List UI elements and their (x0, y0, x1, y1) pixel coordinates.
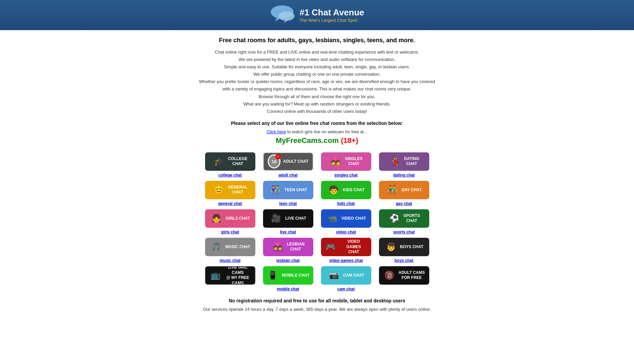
girls-link-label[interactable]: girls chat (221, 230, 239, 234)
chat-item-music[interactable]: 🎵 MUSIC CHAT music chat (204, 238, 256, 263)
chat-item-college[interactable]: 🎓 COLLEGECHAT college chat (204, 152, 256, 177)
chat-item-adult[interactable]: 18+ ADULT CHAT adult chat (262, 152, 314, 177)
svg-point-1 (278, 11, 295, 21)
mobile-link-label[interactable]: mobile chat (277, 287, 299, 291)
sports-link-label[interactable]: sports chat (393, 230, 415, 234)
videogames-btn-icon: 🎮 (324, 240, 337, 253)
header-logo-icon (270, 5, 295, 25)
dating-btn-label: DATINGCHAT (404, 156, 419, 167)
video-btn-icon: 📹 (326, 212, 339, 225)
lesbian-btn-emoji: 👩‍❤️‍👩 (273, 242, 283, 251)
singles-btn-emoji: 💑 (331, 157, 341, 166)
music-button[interactable]: 🎵 MUSIC CHAT (205, 238, 255, 256)
chat-item-gay[interactable]: 👬 GAY CHAT gay chat (378, 181, 430, 206)
adult-button[interactable]: 18+ ADULT CHAT (263, 152, 313, 171)
videogames-btn-label: VIDEO GAMESCHAT (340, 239, 368, 255)
adult-btn-icon: 18+ (268, 155, 280, 168)
chat-item-livegirl[interactable]: 📺 Live Girl Cams@ My Free Cams (204, 266, 256, 291)
chat-item-mobile[interactable]: 📱 MOBILE CHAT mobile chat (262, 266, 314, 291)
kids-link-label[interactable]: kids chat (337, 201, 355, 206)
kids-button[interactable]: 🧒 KIDS CHAT (321, 181, 371, 199)
dating-btn-icon: 💃 (389, 155, 401, 168)
girls-button[interactable]: 👧 GIRLS CHAT (205, 209, 255, 228)
boys-link-label[interactable]: boys chat (394, 258, 413, 263)
chat-item-adultcams[interactable]: 🔞 Adult CamsFor Free (378, 266, 430, 291)
svg-marker-2 (275, 17, 280, 21)
chat-item-boys[interactable]: 👦 BOYS CHAT boys chat (378, 238, 430, 263)
cam-btn-emoji: 📷 (329, 271, 339, 280)
cam-button[interactable]: 📷 CAM CHAT (321, 266, 371, 285)
chat-item-girls[interactable]: 👧 GIRLS CHAT girls chat (204, 209, 256, 234)
click-here-link[interactable]: Click here (267, 129, 286, 134)
chat-item-teen[interactable]: 👫 TEEN CHAT teen chat (262, 181, 314, 206)
college-btn-icon: 🎓 (212, 155, 225, 168)
chat-item-kids[interactable]: 🧒 KIDS CHAT kids chat (320, 181, 372, 206)
chat-item-dating[interactable]: 💃 DATINGCHAT dating chat (378, 152, 430, 177)
header-text: #1 Chat Avenue The Web's Largest Chat Sp… (300, 7, 364, 23)
adultcams-btn-label: Adult CamsFor Free (398, 270, 425, 281)
dating-button[interactable]: 💃 DATINGCHAT (379, 152, 429, 171)
dating-link-label[interactable]: dating chat (393, 173, 415, 177)
sports-button[interactable]: ⚽ SPORTSCHAT (379, 209, 429, 228)
chat-item-sports[interactable]: ⚽ SPORTSCHAT sports chat (378, 209, 430, 234)
general-button[interactable]: 😊 GENERALCHAT (205, 181, 255, 199)
mobile-button[interactable]: 📱 MOBILE CHAT (263, 266, 313, 285)
adult-18-badge-btn: 18+ (268, 154, 280, 168)
boys-btn-icon: 👦 (385, 240, 397, 253)
videogames-button[interactable]: 🎮 VIDEO GAMESCHAT (321, 238, 371, 256)
music-btn-emoji: 🎵 (211, 242, 221, 251)
click-line: Click here to watch girls live on webcam… (198, 129, 436, 134)
live-btn-label: LIVE CHAT (285, 216, 306, 221)
kids-btn-label: KIDS CHAT (343, 188, 364, 193)
livegirl-btn-label: Live Girl Cams@ My Free Cams (225, 266, 251, 285)
singles-btn-icon: 💑 (329, 155, 342, 168)
adultcams-btn-icon: 🔞 (383, 269, 396, 282)
lesbian-link-label[interactable]: lesbian chat (276, 258, 300, 263)
chat-item-video[interactable]: 📹 VIDEO CHAT video chat (320, 209, 372, 234)
livegirl-button[interactable]: 📺 Live Girl Cams@ My Free Cams (205, 266, 255, 285)
adult-link-label[interactable]: adult chat (278, 173, 298, 177)
teen-button[interactable]: 👫 TEEN CHAT (263, 181, 313, 199)
general-btn-emoji: 😊 (214, 185, 224, 195)
cam-link-label[interactable]: cam chat (337, 287, 355, 291)
girls-btn-label: GIRLS CHAT (226, 216, 250, 221)
teen-link-label[interactable]: teen chat (279, 201, 297, 206)
chat-item-singles[interactable]: 💑 SINGLESCHAT singles chat (320, 152, 372, 177)
myfreecams-line[interactable]: MyFreeCams.com (18+) (198, 136, 436, 145)
singles-button[interactable]: 💑 SINGLESCHAT (321, 152, 371, 171)
general-btn-icon: 😊 (212, 184, 225, 196)
chat-item-general[interactable]: 😊 GENERALCHAT general chat (204, 181, 256, 206)
gay-button[interactable]: 👬 GAY CHAT (379, 181, 429, 199)
college-btn-emoji: 🎓 (214, 157, 224, 166)
general-link-label[interactable]: general chat (218, 201, 242, 206)
live-link-label[interactable]: live chat (280, 230, 296, 234)
chat-item-videogames[interactable]: 🎮 VIDEO GAMESCHAT video games chat (320, 238, 372, 263)
gay-btn-label: GAY CHAT (401, 188, 422, 193)
video-link-label[interactable]: video chat (336, 230, 356, 234)
live-btn-icon: 🎥 (270, 212, 282, 225)
adultcams-button[interactable]: 🔞 Adult CamsFor Free (379, 266, 429, 285)
adultcams-btn-emoji: 🔞 (384, 271, 394, 280)
teen-btn-label: TEEN CHAT (284, 188, 307, 193)
college-button[interactable]: 🎓 COLLEGECHAT (205, 152, 255, 171)
cam-btn-icon: 📷 (328, 269, 340, 282)
cam-btn-label: CAM CHAT (343, 273, 364, 278)
lesbian-button[interactable]: 👩‍❤️‍👩 LESBIANCHAT (263, 238, 313, 256)
sports-btn-label: SPORTSCHAT (403, 213, 420, 224)
video-btn-emoji: 📹 (327, 214, 337, 223)
chat-item-cam[interactable]: 📷 CAM CHAT cam chat (320, 266, 372, 291)
gay-link-label[interactable]: gay chat (396, 201, 412, 206)
teen-btn-emoji: 👫 (270, 185, 280, 195)
college-link-label[interactable]: college chat (218, 173, 242, 177)
music-link-label[interactable]: music chat (219, 258, 241, 263)
chat-item-live[interactable]: 🎥 LIVE CHAT live chat (262, 209, 314, 234)
chat-grid: 🎓 COLLEGECHAT college chat 18+ ADULT CHA… (198, 152, 436, 291)
boys-button[interactable]: 👦 BOYS CHAT (379, 238, 429, 256)
videogames-link-label[interactable]: video games chat (329, 258, 363, 263)
live-button[interactable]: 🎥 LIVE CHAT (263, 209, 313, 228)
chat-item-lesbian[interactable]: 👩‍❤️‍👩 LESBIANCHAT lesbian chat (262, 238, 314, 263)
kids-btn-icon: 🧒 (327, 184, 340, 196)
boys-btn-emoji: 👦 (386, 242, 396, 251)
video-button[interactable]: 📹 VIDEO CHAT (321, 209, 371, 228)
singles-link-label[interactable]: singles chat (334, 173, 358, 177)
